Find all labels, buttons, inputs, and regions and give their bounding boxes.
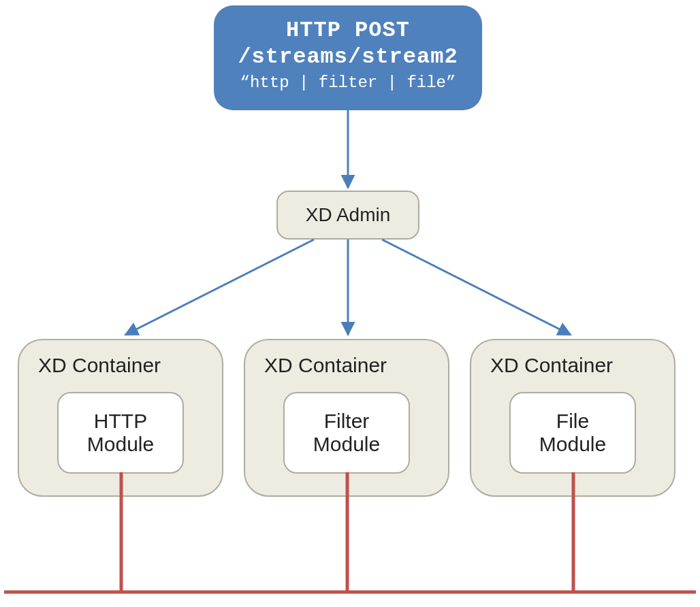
container-title: XD Container	[264, 354, 436, 377]
module-name: HTTP	[94, 410, 147, 433]
module-name: Filter	[324, 410, 370, 433]
file-module-box: File Module	[509, 392, 636, 474]
container-title: XD Container	[490, 354, 662, 377]
container-title: XD Container	[38, 354, 210, 377]
module-word: Module	[87, 433, 154, 457]
http-body-label: “http | filter | file”	[219, 73, 477, 92]
filter-module-box: Filter Module	[283, 392, 410, 474]
xd-container-1: XD Container HTTP Module	[18, 339, 223, 497]
xd-container-3: XD Container File Module	[470, 339, 675, 497]
http-method-label: HTTP POST	[219, 18, 477, 43]
xd-admin-box: XD Admin	[276, 191, 419, 240]
module-word: Module	[313, 433, 380, 457]
arrow-admin-to-c1	[125, 240, 314, 335]
xd-admin-label: XD Admin	[306, 204, 391, 226]
http-path-label: /streams/stream2	[219, 44, 477, 69]
xd-container-2: XD Container Filter Module	[244, 339, 449, 497]
http-post-box: HTTP POST /streams/stream2 “http | filte…	[214, 5, 482, 110]
arrow-admin-to-c3	[382, 240, 571, 335]
module-word: Module	[539, 433, 606, 457]
module-name: File	[556, 410, 589, 433]
http-module-box: HTTP Module	[57, 392, 184, 474]
